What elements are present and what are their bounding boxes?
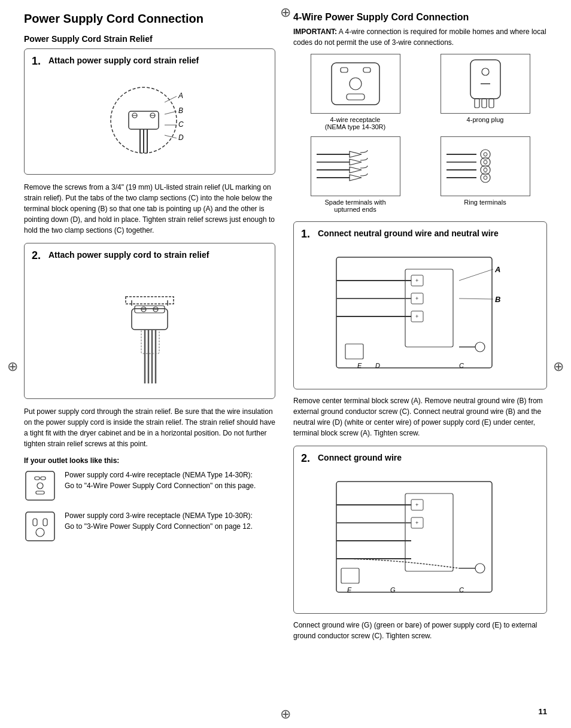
page-number: 11 (539, 707, 547, 716)
right-column: 4-Wire Power Supply Cord Connection IMPO… (293, 12, 547, 648)
svg-rect-36 (36, 491, 44, 494)
svg-rect-43 (363, 68, 370, 72)
svg-rect-42 (341, 68, 348, 72)
svg-point-79 (475, 342, 485, 352)
connection-svg-2: + + E G C (312, 476, 528, 601)
wire-img-receptacle: 4-wire receptacle(NEMA type 14-30R) (293, 54, 417, 130)
svg-rect-86 (345, 344, 363, 359)
step2-box: 2. Attach power supply cord to strain re… (24, 243, 275, 399)
right-step1-box: 1. Connect neutral ground wire and neutr… (293, 221, 547, 389)
svg-rect-19 (135, 306, 165, 313)
svg-point-50 (482, 68, 489, 75)
outlet3-svg (24, 510, 56, 543)
step1-connection-diagram: + + + A B E D (301, 245, 539, 383)
svg-text:D: D (375, 362, 380, 369)
svg-rect-47 (475, 99, 479, 108)
plug-svg (455, 57, 515, 111)
right-step2-number: 2. (301, 452, 314, 465)
svg-rect-49 (489, 99, 494, 108)
svg-text:C: C (459, 586, 464, 593)
step1-number: 1. (32, 55, 45, 68)
important-label: IMPORTANT: (293, 28, 337, 36)
svg-rect-46 (470, 60, 500, 99)
svg-rect-18 (132, 309, 168, 330)
svg-point-99 (475, 563, 485, 573)
svg-point-61 (484, 153, 487, 156)
svg-line-87 (459, 269, 493, 281)
step1-diagram: A B C D (32, 72, 268, 168)
outlet1-icon (24, 470, 56, 502)
svg-point-67 (484, 176, 487, 179)
spade-svg (314, 139, 397, 193)
svg-rect-68 (336, 257, 492, 368)
svg-point-65 (484, 168, 487, 172)
svg-text:A: A (178, 92, 183, 100)
plug-frame (441, 54, 530, 114)
svg-rect-32 (26, 471, 54, 500)
plug-label: 4-prong plug (467, 116, 504, 123)
svg-text:+: + (415, 502, 418, 508)
outlet2-icon (24, 510, 56, 543)
connection-svg-1: + + + A B E D (312, 251, 528, 377)
step1-desc: Remove the screws from a 3/4" (19 mm) UL… (24, 182, 275, 236)
svg-line-10 (165, 96, 177, 102)
right-step1-label: Connect neutral ground wire and neutral … (318, 228, 499, 239)
svg-point-62 (481, 157, 490, 167)
receptacle-label: 4-wire receptacle(NEMA type 14-30R) (325, 116, 385, 130)
svg-text:C: C (178, 120, 184, 129)
svg-text:B: B (495, 295, 500, 304)
svg-rect-29 (126, 297, 174, 304)
wire-img-ring: Ring terminals (423, 136, 547, 213)
sub-title: Power Supply Cord Strain Relief (24, 34, 275, 44)
ring-label: Ring terminals (464, 199, 506, 206)
spade-frame (311, 136, 400, 196)
svg-rect-41 (332, 63, 379, 105)
svg-text:C: C (459, 362, 464, 369)
outlet-label: If your outlet looks like this: (24, 456, 275, 465)
step1-label: Attach power supply cord strain relief (48, 55, 199, 66)
outlet1-row: Power supply cord 4-wire receptacle (NEM… (24, 470, 275, 502)
wire-img-plug: 4-prong plug (423, 54, 547, 130)
outlet2-text: Power supply cord 3-wire receptacle (NEM… (65, 510, 253, 532)
svg-rect-69 (405, 269, 453, 347)
svg-rect-28 (141, 330, 159, 354)
svg-text:+: + (415, 278, 418, 284)
right-step2-desc: Connect ground wire (G) (green or bare) … (293, 620, 547, 641)
right-step1-desc: Remove center terminal block screw (A). … (293, 395, 547, 438)
right-title: 4-Wire Power Supply Cord Connection (293, 12, 547, 23)
svg-text:E: E (347, 586, 352, 593)
step2-desc: Put power supply cord through the strain… (24, 406, 275, 449)
receptacle-svg (320, 57, 391, 111)
strain-relief-svg: A B C D (78, 78, 221, 162)
svg-rect-38 (33, 519, 37, 526)
important-text: IMPORTANT: A 4-wire connection is requir… (293, 26, 547, 48)
outlet2-row: Power supply cord 3-wire receptacle (NEM… (24, 510, 275, 543)
svg-text:+: + (415, 520, 418, 526)
cord-relief-svg (96, 273, 204, 386)
receptacle-frame (311, 54, 400, 114)
step1-box: 1. Attach power supply cord strain relie… (24, 48, 275, 175)
svg-line-16 (165, 135, 177, 138)
svg-point-60 (481, 150, 490, 159)
svg-rect-45 (347, 94, 365, 100)
svg-text:E: E (357, 362, 362, 369)
svg-text:G: G (390, 586, 396, 593)
right-step1-number: 1. (301, 228, 314, 240)
svg-rect-90 (405, 494, 453, 571)
svg-point-40 (36, 528, 44, 537)
svg-text:B: B (178, 106, 183, 115)
svg-point-63 (484, 160, 487, 164)
svg-text:D: D (178, 133, 184, 142)
svg-text:+: + (415, 296, 418, 301)
svg-text:+: + (415, 313, 418, 319)
svg-point-66 (481, 173, 490, 182)
svg-rect-48 (482, 99, 487, 108)
svg-rect-34 (41, 477, 45, 480)
svg-point-44 (350, 78, 362, 90)
step2-number: 2. (32, 249, 45, 262)
wire-images-grid: 4-wire receptacle(NEMA type 14-30R) (293, 54, 547, 213)
left-column: Power Supply Cord Connection Power Suppl… (24, 12, 275, 648)
svg-point-35 (37, 483, 43, 489)
svg-point-64 (481, 165, 490, 175)
step2-connection-diagram: + + E G C (301, 470, 539, 607)
